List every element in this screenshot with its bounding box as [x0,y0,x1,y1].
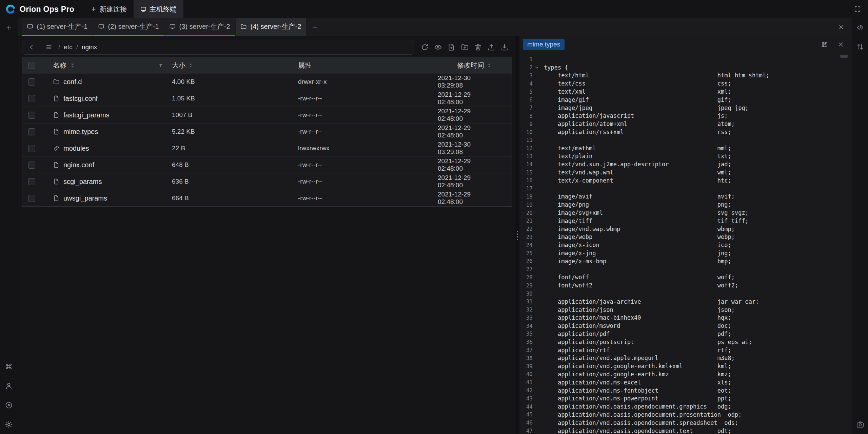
new-file-button[interactable] [446,41,457,53]
file-row[interactable]: conf.d4.00 KBdrwxr-xr-x2021-12-30 03:29:… [22,73,512,90]
file-row[interactable]: mime.types5.22 KB-rw-r--r--2021-12-29 02… [22,123,512,140]
add-tab-button[interactable] [307,18,323,36]
row-checkbox[interactable] [28,95,35,102]
terminal-tab[interactable]: (2) server-生产-1 [93,18,164,36]
fold-chevron-icon[interactable] [533,65,541,70]
tab-list: (1) server-生产-1(2) server-生产-1(3) server… [22,18,307,36]
file-row[interactable]: fastcgi_params1007 B-rw-r--r--2021-12-29… [22,107,512,123]
file-attr: lrwxrwxrwx [298,145,438,152]
line-number: 1 [519,56,533,62]
code-line: application/rtf rtf; [544,347,731,354]
code-line: application/mac-binhex40 hqx; [544,314,731,321]
settings-icon [5,420,13,429]
upload-button[interactable] [486,41,497,53]
file-row[interactable]: nginx.conf648 B-rw-r--r--2021-12-29 02:4… [22,156,512,173]
show-hidden-button[interactable] [432,41,444,53]
editor-file-tab[interactable]: mime.types [523,39,565,50]
row-checkbox[interactable] [28,162,35,169]
row-checkbox[interactable] [28,112,35,119]
breadcrumb-segment-etc[interactable]: etc [64,43,72,51]
sort-name-control[interactable] [71,63,74,68]
sftp-tab[interactable]: (4) server-生产-2 [236,18,306,36]
line-number: 9 [519,121,533,127]
line-number: 22 [519,226,533,232]
theme-button[interactable] [4,400,14,410]
shortcuts-button[interactable] [4,362,14,371]
terminal-icon [27,23,33,30]
app-root: Orion Ops Pro 新建连接 主机终端 [0,0,868,434]
terminal-tab[interactable]: (3) server-生产-2 [164,18,235,36]
terminal-tab[interactable]: (1) server-生产-1 [22,18,93,36]
menu-new-connection[interactable]: 新建连接 [84,0,134,18]
download-button[interactable] [499,41,510,53]
line-number: 41 [519,379,533,385]
directory-list-button[interactable] [43,41,55,53]
code-line: image/x-icon ico; [544,242,731,248]
file-size: 648 B [172,161,298,169]
settings-button[interactable] [4,420,14,429]
new-folder-icon [461,43,469,51]
close-editor-button[interactable] [836,40,846,49]
panel-splitter[interactable] [515,36,519,434]
code-line-row: 38 application/vnd.apple.mpegurl m3u8; [519,354,852,362]
code-line: text/x-component htc; [544,177,731,184]
splitter-grip-icon[interactable] [517,231,518,240]
swap-panels-button[interactable] [855,42,865,52]
code-line: text/xml xml; [544,88,731,95]
select-all-checkbox[interactable] [28,62,35,69]
sort-mtime-control[interactable] [488,63,491,68]
line-number: 38 [519,355,533,361]
screensh ot-button[interactable] [855,420,865,429]
user-button[interactable] [4,381,14,391]
refresh-icon [421,43,429,51]
filter-icon[interactable] [158,63,163,68]
code-icon [856,23,864,32]
close-icon [838,24,845,31]
content-split: / etc / nginx [18,36,852,434]
save-file-button[interactable] [820,40,829,49]
code-line: application/atom+xml atom; [544,120,735,127]
line-number: 46 [519,419,533,426]
command-editor-button[interactable] [855,23,865,32]
file-row[interactable]: fastcgi.conf1.05 KB-rw-r--r--2021-12-29 … [22,90,512,107]
close-tabs-button[interactable] [836,22,846,32]
line-number: 24 [519,242,533,248]
download-icon [500,43,509,51]
code-line: application/postscript ps eps ai; [544,339,752,345]
code-line-row: 26 image/x-ms-bmp bmp; [519,257,852,265]
row-checkbox[interactable] [28,145,35,152]
row-checkbox[interactable] [28,128,35,135]
code-line: font/woff2 woff2; [544,282,738,289]
file-size: 636 B [172,178,298,185]
delete-button[interactable] [472,41,484,53]
code-line-row: 14 text/vnd.sun.j2me.app-descriptor jad; [519,160,852,168]
fullscreen-button[interactable] [852,4,863,14]
row-checkbox[interactable] [28,195,35,202]
editor-scrollbar[interactable] [840,55,848,58]
refresh-button[interactable] [419,41,431,53]
code-line: image/x-jng jng; [544,250,731,257]
sidebar-plus-button[interactable] [4,23,14,33]
code-line-row: 44 application/vnd.oasis.opendocument.gr… [519,402,852,411]
file-mtime: 2021-12-29 02:48:00 [438,108,512,122]
new-folder-button[interactable] [459,41,471,53]
line-number: 34 [519,323,533,329]
back-button[interactable] [26,41,37,53]
line-number: 6 [519,96,533,103]
file-size: 5.22 KB [172,128,298,135]
sort-size-control[interactable] [189,63,192,68]
code-editor[interactable]: 12types {3 text/html html htm shtml;4 te… [519,53,852,434]
code-line: application/json json; [544,306,735,313]
row-checkbox[interactable] [28,78,35,86]
file-mtime: 2021-12-30 03:29:08 [438,141,512,156]
breadcrumb-segment-nginx[interactable]: nginx [82,43,97,51]
row-checkbox[interactable] [28,178,35,185]
file-row[interactable]: uwsgi_params664 B-rw-r--r--2021-12-29 02… [22,190,512,206]
file-row[interactable]: scgi_params636 B-rw-r--r--2021-12-29 02:… [22,173,512,190]
file-row[interactable]: modules22 Blrwxrwxrwx2021-12-30 03:29:08 [22,140,512,156]
breadcrumb-root[interactable]: / [58,43,60,51]
code-line: application/vnd.google-earth.kml+xml kml… [544,363,731,370]
file-manager-panel: / etc / nginx [18,36,515,434]
menu-host-terminal[interactable]: 主机终端 [134,0,183,18]
code-line: types { [544,64,568,71]
